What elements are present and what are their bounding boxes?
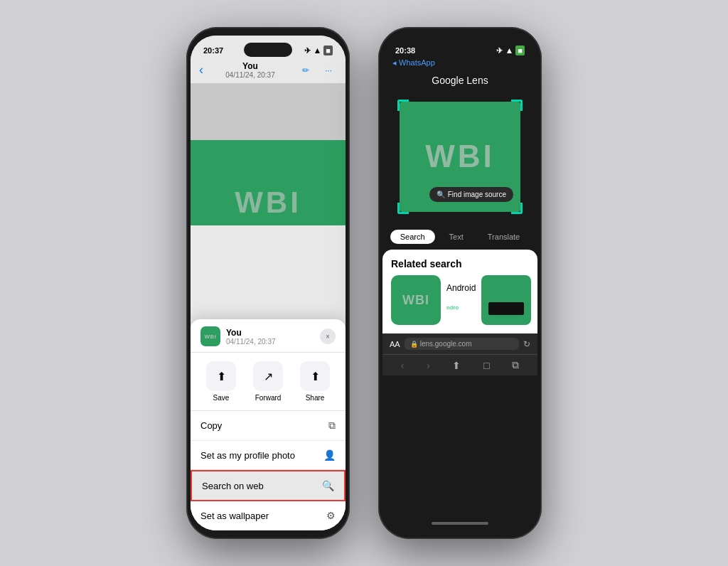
corner-tr bbox=[511, 100, 523, 111]
wifi-icon-2: ▲ bbox=[505, 46, 513, 55]
phone-1: 20:37 ✈ ▲ ■ ‹ You 04/11/24, 20:37 ✏ ··· bbox=[186, 27, 350, 539]
sheet-app-info: WBI You 04/11/24, 20:37 bbox=[200, 326, 276, 346]
wallpaper-icon: ⚙ bbox=[326, 510, 336, 521]
lens-title: Google Lens bbox=[382, 72, 537, 89]
whatsapp-back-header: ◂ WhatsApp bbox=[382, 57, 537, 72]
back-whatsapp-button[interactable]: ◂ WhatsApp bbox=[392, 58, 435, 68]
nav-forward-button[interactable]: › bbox=[427, 360, 430, 371]
browser-nav: ‹ › ⬆ □ ⧉ bbox=[382, 354, 537, 375]
related-search-row: WBI Android ndro bbox=[391, 275, 529, 325]
tab-translate[interactable]: Translate bbox=[478, 230, 530, 244]
related-preview-thumb bbox=[481, 275, 531, 325]
copy-label: Copy bbox=[200, 420, 222, 431]
save-label: Save bbox=[213, 394, 230, 402]
copy-icon: ⧉ bbox=[328, 420, 336, 432]
chat-title: You bbox=[203, 61, 297, 71]
corner-bl bbox=[397, 203, 409, 214]
related-tags: Android ndro bbox=[446, 283, 476, 317]
find-image-icon: 🔍 bbox=[437, 191, 445, 198]
find-image-source-button[interactable]: 🔍 Find image source bbox=[429, 187, 513, 202]
image-bottom: WBI bbox=[191, 140, 346, 225]
share-label: Share bbox=[306, 394, 325, 402]
status-icons-2: ✈ ▲ ■ bbox=[496, 46, 525, 55]
browser-url-field[interactable]: 🔒 lens.google.com bbox=[405, 338, 519, 350]
phone-2-screen: 20:38 ✈ ▲ ■ ◂ WhatsApp Google Lens WBI 🔍 bbox=[382, 36, 537, 530]
sheet-app-icon: WBI bbox=[200, 326, 220, 346]
preview-black-bar bbox=[488, 302, 524, 315]
browser-aa-label[interactable]: AA bbox=[390, 340, 400, 348]
related-search-title: Related search bbox=[391, 258, 529, 269]
phone-1-content: 20:37 ✈ ▲ ■ ‹ You 04/11/24, 20:37 ✏ ··· bbox=[191, 36, 346, 530]
related-thumb-wbi: WBI bbox=[391, 275, 441, 325]
android-tag: Android bbox=[446, 283, 476, 293]
lock-icon: 🔒 bbox=[410, 341, 418, 348]
dynamic-island-1 bbox=[244, 43, 292, 57]
header-action-icons: ✏ ··· bbox=[297, 62, 337, 79]
bottom-sheet: WBI You 04/11/24, 20:37 × ⬆ Save bbox=[191, 319, 346, 530]
lens-image-container: WBI 🔍 Find image source bbox=[382, 89, 537, 224]
image-top bbox=[191, 83, 346, 140]
corner-tl bbox=[397, 100, 409, 111]
sheet-close-button[interactable]: × bbox=[320, 329, 336, 344]
phone-1-screen: 20:37 ✈ ▲ ■ ‹ You 04/11/24, 20:37 ✏ ··· bbox=[191, 36, 346, 530]
related-search-panel: Related search WBI Android ndro bbox=[382, 250, 537, 333]
share-action[interactable]: ⬆ Share bbox=[300, 361, 330, 402]
nav-bookmarks-button[interactable]: □ bbox=[483, 360, 489, 371]
wbi-logo-lens: WBI bbox=[425, 139, 495, 174]
time-1: 20:37 bbox=[203, 46, 223, 55]
android-icon-svg: ndro bbox=[446, 297, 466, 317]
related-tags-area: Android ndro bbox=[446, 283, 476, 317]
phone-1-header: ‹ You 04/11/24, 20:37 ✏ ··· bbox=[191, 58, 346, 83]
wifi-icon: ▲ bbox=[313, 46, 321, 55]
save-action[interactable]: ⬆ Save bbox=[206, 361, 236, 402]
pencil-icon[interactable]: ✏ bbox=[297, 62, 314, 79]
sheet-header: WBI You 04/11/24, 20:37 × bbox=[191, 319, 346, 353]
time-2: 20:38 bbox=[395, 46, 415, 55]
phone-2: 20:38 ✈ ▲ ■ ◂ WhatsApp Google Lens WBI 🔍 bbox=[378, 27, 542, 539]
save-icon: ⬆ bbox=[206, 361, 236, 391]
dynamic-island-2 bbox=[436, 43, 484, 57]
set-wallpaper-label: Set as wallpaper bbox=[200, 511, 269, 521]
forward-label: Forward bbox=[255, 394, 282, 402]
home-indicator-2 bbox=[432, 522, 488, 525]
header-title-area: You 04/11/24, 20:37 bbox=[203, 61, 297, 79]
action-buttons-row: ⬆ Save ↗ Forward ⬆ Share bbox=[191, 353, 346, 411]
search-web-icon: 🔍 bbox=[322, 480, 334, 491]
android-logo: ndro bbox=[446, 297, 466, 317]
airplane-icon: ✈ bbox=[304, 46, 311, 55]
battery-icon: ■ bbox=[323, 46, 333, 55]
status-icons-1: ✈ ▲ ■ bbox=[304, 46, 333, 55]
tab-search[interactable]: Search bbox=[390, 230, 435, 244]
more-icon[interactable]: ··· bbox=[320, 62, 337, 79]
reload-icon[interactable]: ↻ bbox=[523, 339, 530, 349]
profile-photo-label: Set as my profile photo bbox=[200, 450, 295, 461]
sheet-app-date: 04/11/24, 20:37 bbox=[226, 338, 276, 346]
chat-subtitle: 04/11/24, 20:37 bbox=[203, 71, 297, 79]
share-icon: ⬆ bbox=[300, 361, 330, 391]
url-text: lens.google.com bbox=[420, 340, 472, 348]
sheet-app-name: You bbox=[226, 328, 276, 338]
battery-icon-2: ■ bbox=[515, 46, 525, 55]
wbi-logo-large: WBI bbox=[235, 186, 301, 220]
browser-address-bar: AA 🔒 lens.google.com ↻ bbox=[382, 333, 537, 354]
nav-tabs-button[interactable]: ⧉ bbox=[512, 359, 519, 371]
forward-icon: ↗ bbox=[253, 361, 283, 391]
nav-back-button[interactable]: ‹ bbox=[401, 360, 405, 371]
wa-image-area: WBI bbox=[191, 83, 346, 225]
search-on-web-menu-item[interactable]: Search on web 🔍 bbox=[191, 470, 346, 501]
lens-tabs: Search Text Translate bbox=[382, 224, 537, 250]
profile-photo-menu-item[interactable]: Set as my profile photo 👤 bbox=[191, 441, 346, 470]
set-wallpaper-menu-item[interactable]: Set as wallpaper ⚙ bbox=[191, 501, 346, 530]
tab-text[interactable]: Text bbox=[439, 230, 473, 244]
airplane-icon-2: ✈ bbox=[496, 46, 503, 55]
lens-image-inner: WBI 🔍 Find image source bbox=[400, 102, 520, 212]
find-image-label: Find image source bbox=[448, 191, 506, 198]
svg-text:ndro: ndro bbox=[446, 304, 459, 311]
nav-share-button[interactable]: ⬆ bbox=[452, 360, 461, 371]
corner-br bbox=[511, 203, 523, 214]
sheet-app-details: You 04/11/24, 20:37 bbox=[226, 328, 276, 346]
profile-photo-icon: 👤 bbox=[323, 449, 336, 461]
forward-action[interactable]: ↗ Forward bbox=[253, 361, 283, 402]
search-on-web-label: Search on web bbox=[202, 481, 264, 491]
copy-menu-item[interactable]: Copy ⧉ bbox=[191, 411, 346, 441]
